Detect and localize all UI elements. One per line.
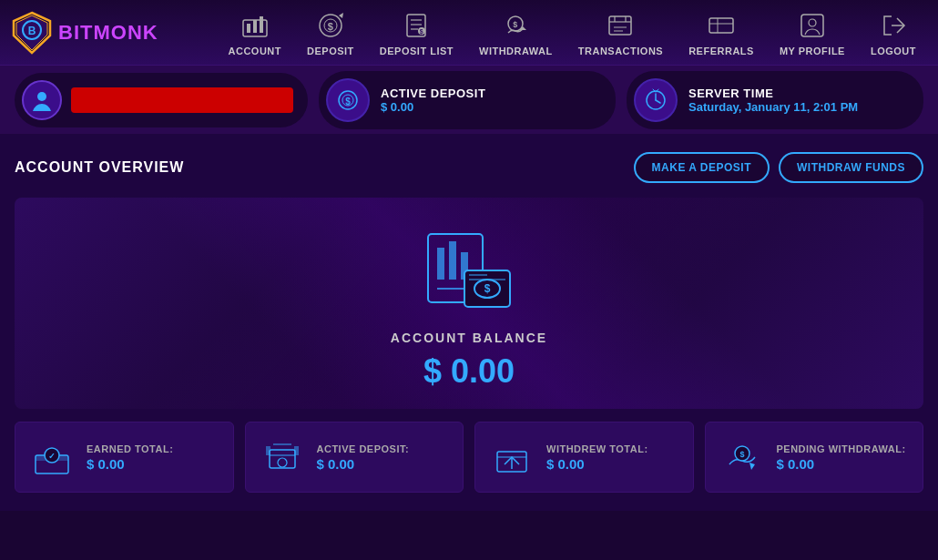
username-display <box>71 87 293 113</box>
account-icon <box>239 9 271 42</box>
nav-item-referrals[interactable]: REFERRALS <box>676 0 767 66</box>
stat-active-deposit-value: $ 0.00 <box>317 456 410 472</box>
svg-text:$: $ <box>514 20 519 29</box>
nav-item-my-profile[interactable]: MY PROFILE <box>767 0 858 66</box>
withdrew-total-icon <box>490 435 534 479</box>
svg-rect-43 <box>449 241 456 280</box>
earned-total-content: EARNED TOTAL: $ 0.00 <box>87 443 173 472</box>
active-deposit-icon: $ <box>326 78 370 122</box>
balance-section: $ ACCOUNT BALANCE $ 0.00 <box>15 198 923 409</box>
user-avatar <box>22 80 62 120</box>
svg-rect-60 <box>294 446 299 455</box>
pending-withdrawal-value: $ 0.00 <box>777 456 906 472</box>
stat-active-deposit-icon <box>260 435 304 479</box>
stat-active-deposit-label: ACTIVE DEPOSIT: <box>317 443 410 454</box>
server-time-content: SERVER TIME Saturday, January 11, 2:01 P… <box>688 87 858 114</box>
svg-text:✓: ✓ <box>48 452 56 461</box>
make-deposit-button[interactable]: MAKE A DEPOSIT <box>634 152 770 183</box>
nav-item-deposit[interactable]: $ DEPOSIT <box>294 0 367 66</box>
account-overview-title: ACCOUNT OVERVIEW <box>15 159 184 176</box>
deposit-icon: $ <box>314 9 347 42</box>
nav-label-logout: LOGOUT <box>871 46 916 56</box>
svg-text:$: $ <box>484 282 491 295</box>
nav-item-account[interactable]: ACCOUNT <box>216 0 295 66</box>
active-deposit-stat-content: ACTIVE DEPOSIT: $ 0.00 <box>317 443 410 472</box>
earned-total-icon: ✓ <box>30 435 74 479</box>
svg-rect-29 <box>801 15 823 36</box>
stat-card-active-deposit: ACTIVE DEPOSIT: $ 0.00 <box>245 422 464 493</box>
nav-label-transactions: TRANSACTIONS <box>578 46 663 56</box>
active-deposit-value: $ 0.00 <box>381 100 485 114</box>
server-time-card: SERVER TIME Saturday, January 11, 2:01 P… <box>627 71 923 129</box>
server-time-label: SERVER TIME <box>688 87 858 100</box>
balance-amount: $ 0.00 <box>33 352 905 391</box>
svg-rect-7 <box>260 16 263 33</box>
svg-rect-5 <box>247 24 250 33</box>
svg-point-30 <box>809 19 816 26</box>
svg-line-38 <box>656 100 660 103</box>
withdrew-total-label: WITHDREW TOTAL: <box>546 443 648 454</box>
header: B BITMONK ACCOUNT $ <box>0 0 938 66</box>
nav-item-deposit-list[interactable]: $ DEPOSIT LIST <box>367 0 466 66</box>
svg-rect-6 <box>253 20 257 33</box>
pending-withdrawal-label: PENDING WITHDRAWAL: <box>777 443 906 454</box>
server-time-value: Saturday, January 11, 2:01 PM <box>688 100 858 114</box>
withdraw-funds-button[interactable]: WITHDRAW FUNDS <box>779 152 923 183</box>
svg-rect-42 <box>437 248 444 280</box>
user-info-card <box>15 73 308 127</box>
nav-label-my-profile: MY PROFILE <box>780 46 845 56</box>
pending-withdrawal-content: PENDING WITHDRAWAL: $ 0.00 <box>777 443 906 472</box>
nav-label-account: ACCOUNT <box>229 46 282 56</box>
profile-icon <box>796 9 829 42</box>
withdrawal-icon: $ <box>499 9 532 42</box>
withdrew-total-value: $ 0.00 <box>546 456 648 472</box>
nav-item-withdrawal[interactable]: $ WITHDRAWAL <box>466 0 566 66</box>
pending-withdrawal-icon: $ <box>720 435 764 479</box>
svg-point-32 <box>37 92 46 101</box>
svg-point-57 <box>278 458 287 467</box>
svg-text:$: $ <box>739 450 744 459</box>
logout-icon <box>877 9 910 42</box>
nav-label-withdrawal: WITHDRAWAL <box>479 46 553 56</box>
svg-rect-26 <box>709 18 733 33</box>
earned-total-value: $ 0.00 <box>87 456 173 472</box>
main-content: ACCOUNT OVERVIEW MAKE A DEPOSIT WITHDRAW… <box>0 134 938 511</box>
svg-text:B: B <box>28 25 36 37</box>
logo[interactable]: B BITMONK <box>9 10 158 56</box>
active-deposit-label: ACTIVE DEPOSIT <box>381 87 485 100</box>
stat-card-pending-withdrawal: $ PENDING WITHDRAWAL: $ 0.00 <box>705 422 924 493</box>
nav-label-referrals: REFERRALS <box>688 46 754 56</box>
stat-card-withdrew-total: WITHDREW TOTAL: $ 0.00 <box>474 422 694 493</box>
nav-label-deposit-list: DEPOSIT LIST <box>380 46 454 56</box>
logo-text: BITMONK <box>58 21 158 45</box>
header-buttons: MAKE A DEPOSIT WITHDRAW FUNDS <box>634 152 923 183</box>
main-nav: ACCOUNT $ DEPOSIT <box>177 0 929 66</box>
nav-item-transactions[interactable]: TRANSACTIONS <box>566 0 676 66</box>
balance-icon: $ <box>414 225 524 316</box>
account-overview-header: ACCOUNT OVERVIEW MAKE A DEPOSIT WITHDRAW… <box>15 152 923 183</box>
server-time-icon <box>634 78 678 122</box>
stat-card-earned-total: ✓ EARNED TOTAL: $ 0.00 <box>15 422 234 493</box>
active-deposit-content: ACTIVE DEPOSIT $ 0.00 <box>381 87 485 114</box>
svg-rect-20 <box>609 16 631 35</box>
svg-text:$: $ <box>328 21 334 32</box>
svg-text:$: $ <box>420 28 423 36</box>
svg-rect-58 <box>266 446 270 455</box>
nav-label-deposit: DEPOSIT <box>307 46 354 56</box>
svg-marker-19 <box>519 26 526 30</box>
deposit-list-icon: $ <box>400 9 433 42</box>
active-deposit-card: $ ACTIVE DEPOSIT $ 0.00 <box>319 71 616 129</box>
referrals-icon <box>705 9 738 42</box>
info-bar: $ ACTIVE DEPOSIT $ 0.00 SERVER TIME Satu… <box>0 66 938 134</box>
transactions-icon <box>604 9 637 42</box>
svg-rect-55 <box>270 450 295 468</box>
stats-row: ✓ EARNED TOTAL: $ 0.00 AC <box>15 422 923 493</box>
balance-label: ACCOUNT BALANCE <box>33 331 905 345</box>
nav-item-logout[interactable]: LOGOUT <box>858 0 929 66</box>
withdrew-total-content: WITHDREW TOTAL: $ 0.00 <box>546 443 648 472</box>
svg-text:$: $ <box>345 97 351 107</box>
earned-total-label: EARNED TOTAL: <box>87 443 173 454</box>
